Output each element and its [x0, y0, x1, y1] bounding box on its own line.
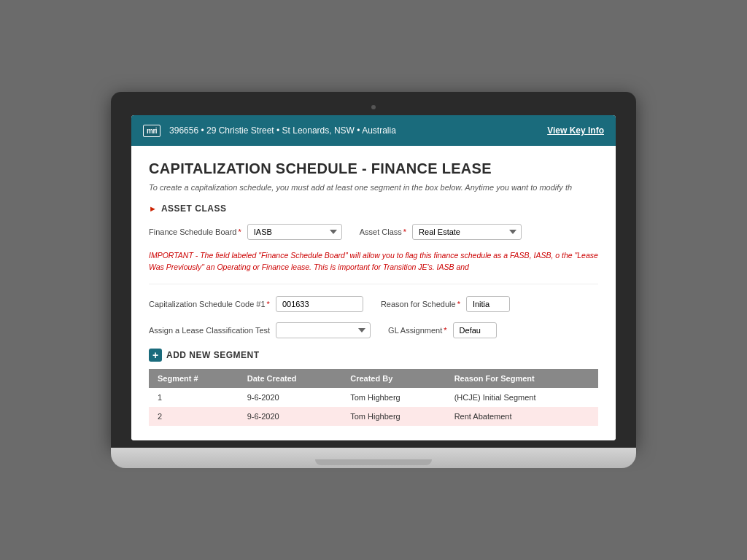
cap-schedule-code-input[interactable] — [276, 296, 363, 312]
app-header: mri 396656 • 29 Christie Street • St Leo… — [131, 115, 616, 146]
page-title: CAPITALIZATION SCHEDULE - FINANCE LEASE — [149, 160, 598, 177]
gl-assignment-input[interactable] — [453, 322, 497, 338]
main-content: CAPITALIZATION SCHEDULE - FINANCE LEASE … — [131, 146, 616, 440]
asset-class-label: Asset Class* — [360, 228, 406, 236]
logo-text: mri — [143, 125, 160, 137]
finance-schedule-board-label: Finance Schedule Board* — [149, 228, 241, 236]
cell-segment-num: 2 — [149, 407, 239, 426]
lease-classification-form-row: Assign a Lease Classification Test Optio… — [149, 322, 598, 338]
col-header-date-created: Date Created — [239, 369, 342, 388]
asset-class-section-title: ASSET CLASS — [161, 203, 227, 214]
assign-lease-group: Assign a Lease Classification Test Optio… — [149, 322, 371, 338]
cell-reason: (HCJE) Initial Segment — [446, 388, 598, 407]
laptop-base — [111, 448, 636, 468]
view-key-info-link[interactable]: View Key Info — [547, 125, 604, 136]
cell-created-by: Tom Highberg — [341, 407, 445, 426]
asset-class-form-row: Finance Schedule Board* IASB FASB GAAP A… — [149, 224, 598, 240]
asset-class-select[interactable]: Real Estate Equipment Other — [412, 224, 522, 240]
laptop-vent — [315, 459, 432, 465]
required-star: * — [238, 228, 241, 236]
required-star-4: * — [457, 300, 460, 308]
cell-created-by: Tom Highberg — [341, 388, 445, 407]
col-header-segment-num: Segment # — [149, 369, 239, 388]
table-header-row: Segment # Date Created Created By Reason… — [149, 369, 598, 388]
required-star-3: * — [267, 300, 270, 308]
reason-for-schedule-group: Reason for Schedule* — [381, 296, 510, 312]
camera-dot — [371, 105, 376, 109]
gl-assignment-label: GL Assignment* — [388, 326, 446, 335]
cap-schedule-code-label: Capitalization Schedule Code #1* — [149, 300, 270, 308]
cell-date-created: 9-6-2020 — [239, 407, 342, 426]
table-row[interactable]: 2 9-6-2020 Tom Highberg Rent Abatement — [149, 407, 598, 426]
schedule-code-form-row: Capitalization Schedule Code #1* Reason … — [149, 296, 598, 312]
cell-reason: Rent Abatement — [446, 407, 598, 426]
laptop-wrapper: mri 396656 • 29 Christie Street • St Leo… — [111, 92, 636, 468]
assign-lease-select[interactable]: Option A Option B — [276, 322, 371, 338]
asset-class-section-header: ► ASSET CLASS — [149, 203, 598, 214]
required-star-5: * — [444, 326, 446, 335]
add-new-segment-button[interactable]: + ADD NEW SEGMENT — [149, 349, 260, 362]
asset-class-group: Asset Class* Real Estate Equipment Other — [360, 224, 522, 240]
add-segment-label: ADD NEW SEGMENT — [166, 350, 260, 360]
screen: mri 396656 • 29 Christie Street • St Leo… — [131, 115, 616, 440]
cap-schedule-code-group: Capitalization Schedule Code #1* — [149, 296, 363, 312]
segments-header: + ADD NEW SEGMENT — [149, 349, 598, 362]
table-row[interactable]: 1 9-6-2020 Tom Highberg (HCJE) Initial S… — [149, 388, 598, 407]
cell-date-created: 9-6-2020 — [239, 388, 342, 407]
segments-table: Segment # Date Created Created By Reason… — [149, 369, 598, 426]
reason-for-schedule-input[interactable] — [466, 296, 510, 312]
reason-for-schedule-label: Reason for Schedule* — [381, 300, 460, 308]
gl-assignment-group: GL Assignment* — [388, 322, 496, 338]
col-header-reason: Reason For Segment — [446, 369, 598, 388]
assign-lease-label: Assign a Lease Classification Test — [149, 326, 270, 335]
mri-logo: mri — [143, 125, 160, 137]
required-star-2: * — [403, 228, 406, 236]
plus-icon: + — [149, 349, 162, 362]
header-address: 396656 • 29 Christie Street • St Leonard… — [169, 125, 538, 136]
cell-segment-num: 1 — [149, 388, 239, 407]
important-notice: IMPORTANT - The field labeled "Finance S… — [149, 250, 598, 284]
col-header-created-by: Created By — [341, 369, 445, 388]
finance-schedule-board-group: Finance Schedule Board* IASB FASB GAAP — [149, 224, 342, 240]
section-arrow-icon: ► — [149, 204, 157, 213]
page-description: To create a capitalization schedule, you… — [149, 183, 598, 192]
screen-bezel: mri 396656 • 29 Christie Street • St Leo… — [111, 92, 636, 448]
finance-schedule-board-select[interactable]: IASB FASB GAAP — [247, 224, 342, 240]
